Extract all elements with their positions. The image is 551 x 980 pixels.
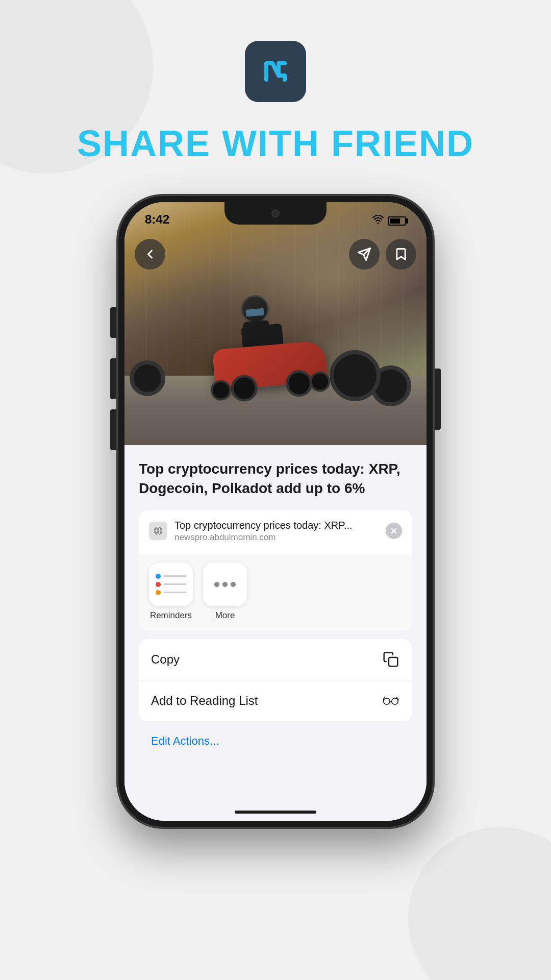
url-domain: newspro.abdulmomin.com [174,532,379,543]
bg-decoration-bottom [408,827,551,980]
copy-icon [382,650,400,669]
page-content: SHARE WITH FRIEND 8:42 [0,0,551,828]
bg-tire-3 [130,360,165,396]
more-dots-visual [214,582,236,587]
phone-button-power [434,369,441,430]
article-title: Top cryptocurrency prices today: XRP, Do… [139,459,412,498]
phone-button-mute [110,307,117,338]
phone-button-vol-down [110,409,117,450]
status-icons [372,215,406,227]
status-time: 8:42 [145,212,169,227]
svg-point-0 [378,223,379,224]
back-button[interactable] [135,239,165,270]
bookmark-button[interactable] [386,239,416,270]
more-icon [203,562,247,606]
share-button[interactable] [349,239,380,270]
share-actions-row: Reminders [139,552,412,631]
add-reading-list-label: Add to Reading List [151,694,258,708]
kart-main [212,340,328,391]
glasses-icon [382,692,400,710]
copy-label: Copy [151,652,180,667]
url-title: Top cryptocurrency prices today: XRP... [174,520,379,531]
phone-screen: 8:42 [124,202,427,821]
article-section: Top cryptocurrency prices today: XRP, Do… [124,445,427,821]
wifi-icon [372,215,384,227]
reminders-action[interactable]: Reminders [149,562,193,621]
phone-mockup: 8:42 [117,195,434,828]
svg-point-9 [392,698,398,704]
url-text-group: Top cryptocurrency prices today: XRP... … [174,520,379,543]
nav-overlay [124,231,427,278]
nav-right-buttons [349,239,416,270]
battery-icon [388,216,406,226]
more-action[interactable]: More [203,562,247,621]
home-indicator [235,811,316,814]
phone-button-vol-up [110,358,117,399]
share-sheet: Top cryptocurrency prices today: XRP... … [139,510,412,631]
svg-rect-7 [389,657,397,666]
more-label: More [215,610,235,621]
edit-actions-link[interactable]: Edit Actions... [139,727,412,755]
phone-notch [224,202,327,225]
kart [212,340,328,391]
reminders-label: Reminders [150,610,192,621]
app-icon [245,41,306,102]
add-reading-list-action-item[interactable]: Add to Reading List [139,680,412,721]
url-favicon [149,522,167,540]
reminders-icon [149,562,193,606]
copy-action-item[interactable]: Copy [139,639,412,680]
action-list: Copy Add to Reading List [139,639,412,721]
phone-outer: 8:42 [117,195,434,828]
reminders-dots-visual [152,570,190,599]
bg-tire-2 [330,350,381,401]
page-title: SHARE WITH FRIEND [77,122,474,164]
url-close-button[interactable] [386,523,402,539]
url-bar: Top cryptocurrency prices today: XRP... … [139,510,412,552]
notch-camera [271,209,280,217]
svg-point-8 [384,698,390,704]
